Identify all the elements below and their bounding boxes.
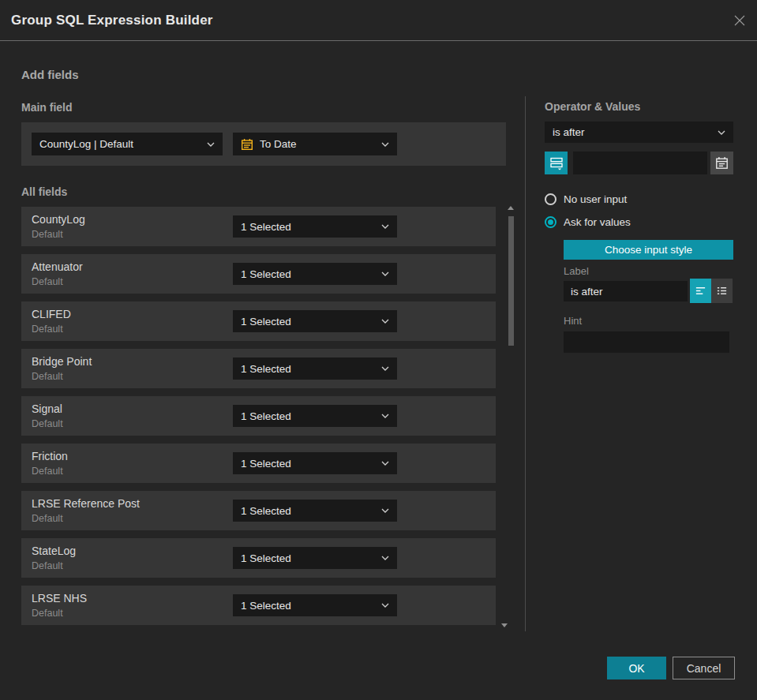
dropdown-value: 1 Selected	[241, 316, 291, 328]
label-input[interactable]	[564, 281, 688, 301]
scrollbar-thumb[interactable]	[508, 216, 514, 346]
field-subtitle: Default	[32, 608, 63, 619]
scrollbar-down-arrow-icon[interactable]	[501, 623, 508, 627]
list-icon	[716, 285, 728, 297]
main-date-dropdown-value: To Date	[260, 138, 297, 150]
field-subtitle: Default	[32, 466, 63, 477]
field-subtitle: Default	[32, 513, 63, 524]
field-name: LRSE Reference Post	[32, 497, 140, 510]
dropdown-value: 1 Selected	[241, 552, 291, 564]
radio-selected-icon	[545, 216, 557, 228]
chevron-down-icon	[381, 603, 389, 608]
field-name: Friction	[32, 450, 68, 462]
field-values-dropdown[interactable]: 1 Selected	[233, 215, 397, 238]
dropdown-value: 1 Selected	[241, 221, 291, 233]
field-values-dropdown[interactable]: 1 Selected	[233, 547, 397, 569]
choose-input-style-button[interactable]: Choose input style	[564, 240, 733, 260]
radio-label: Ask for values	[564, 216, 631, 228]
radio-no-user-input[interactable]: No user input	[545, 193, 627, 205]
field-row: Bridge Point Default 1 Selected	[21, 349, 496, 388]
field-row: CountyLog Default 1 Selected	[21, 207, 496, 246]
hint-input[interactable]	[564, 331, 729, 353]
calendar-icon	[715, 156, 729, 170]
chevron-down-icon	[381, 556, 389, 560]
chevron-down-icon	[381, 366, 389, 371]
field-name: Bridge Point	[32, 355, 92, 368]
label-field-label: Label	[564, 265, 589, 277]
radio-label: No user input	[564, 193, 627, 205]
field-subtitle: Default	[32, 324, 63, 335]
chevron-down-icon	[381, 461, 389, 466]
align-left-icon	[695, 285, 706, 297]
dropdown-value: 1 Selected	[241, 363, 291, 375]
field-name: LRSE NHS	[32, 592, 87, 605]
field-row: CLIFED Default 1 Selected	[21, 301, 496, 341]
rows-caret-icon	[549, 156, 564, 170]
main-field-label: Main field	[21, 101, 73, 114]
add-fields-heading: Add fields	[21, 68, 79, 81]
calendar-icon	[241, 138, 253, 151]
field-row: StateLog Default 1 Selected	[21, 538, 496, 578]
all-fields-list: CountyLog Default 1 Selected Attenuator …	[21, 207, 496, 633]
chevron-down-icon	[381, 271, 389, 276]
cancel-button[interactable]: Cancel	[673, 657, 735, 679]
field-row: Friction Default 1 Selected	[21, 444, 496, 483]
field-values-dropdown[interactable]: 1 Selected	[233, 263, 397, 285]
field-subtitle: Default	[32, 229, 63, 240]
dropdown-value: 1 Selected	[241, 600, 291, 612]
label-align-left-button[interactable]	[690, 279, 711, 303]
field-row: LRSE Reference Post Default 1 Selected	[21, 491, 496, 530]
date-picker-button[interactable]	[710, 152, 733, 174]
field-row: Signal Default 1 Selected	[21, 396, 496, 436]
main-field-dropdown-value: CountyLog | Default	[39, 138, 133, 150]
operator-values-heading: Operator & Values	[545, 100, 640, 113]
all-fields-label: All fields	[21, 185, 67, 198]
chevron-down-icon	[718, 130, 725, 135]
chevron-down-icon	[381, 508, 389, 513]
field-name: Signal	[32, 402, 62, 415]
dropdown-value: 1 Selected	[241, 268, 291, 280]
main-date-dropdown[interactable]: To Date	[233, 133, 397, 155]
main-field-box: CountyLog | Default To Date	[21, 122, 506, 166]
dialog-title: Group SQL Expression Builder	[11, 0, 213, 41]
field-name: CountyLog	[32, 213, 85, 226]
ok-button[interactable]: OK	[607, 657, 666, 679]
field-name: StateLog	[32, 545, 76, 557]
chevron-down-icon	[381, 224, 389, 229]
operator-dropdown-value: is after	[553, 126, 585, 138]
field-row: LRSE NHS Default 1 Selected	[21, 586, 496, 625]
chevron-down-icon	[381, 142, 389, 147]
operator-dropdown[interactable]: is after	[545, 122, 733, 143]
field-name: Attenuator	[32, 260, 83, 273]
hint-field-label: Hint	[564, 315, 582, 327]
field-subtitle: Default	[32, 276, 63, 287]
dropdown-value: 1 Selected	[241, 458, 291, 470]
radio-ask-for-values[interactable]: Ask for values	[545, 216, 631, 228]
chevron-down-icon	[381, 319, 389, 324]
group-sql-expression-builder-dialog: Group SQL Expression Builder Add fields …	[0, 0, 757, 700]
field-values-dropdown[interactable]: 1 Selected	[233, 405, 397, 427]
field-values-dropdown[interactable]: 1 Selected	[233, 452, 397, 474]
dropdown-value: 1 Selected	[241, 410, 291, 422]
field-subtitle: Default	[32, 371, 63, 382]
field-values-dropdown[interactable]: 1 Selected	[233, 500, 397, 522]
scrollbar-up-arrow-icon[interactable]	[508, 206, 514, 210]
close-button[interactable]	[733, 13, 747, 28]
close-icon	[733, 13, 747, 28]
field-values-dropdown[interactable]: 1 Selected	[233, 594, 397, 616]
main-field-dropdown[interactable]: CountyLog | Default	[32, 133, 223, 155]
value-list-button[interactable]	[545, 152, 568, 174]
field-row: Attenuator Default 1 Selected	[21, 254, 496, 294]
chevron-down-icon	[381, 414, 389, 418]
dropdown-value: 1 Selected	[241, 505, 291, 517]
field-subtitle: Default	[32, 560, 63, 571]
panel-divider	[525, 96, 526, 631]
chevron-down-icon	[207, 142, 215, 147]
label-style-segmented-control	[690, 279, 733, 303]
radio-unselected-icon	[545, 193, 557, 205]
label-list-button[interactable]	[711, 279, 733, 303]
field-values-dropdown[interactable]: 1 Selected	[233, 310, 397, 332]
value-input[interactable]	[573, 152, 707, 174]
dialog-titlebar: Group SQL Expression Builder	[0, 0, 757, 41]
field-values-dropdown[interactable]: 1 Selected	[233, 357, 397, 380]
